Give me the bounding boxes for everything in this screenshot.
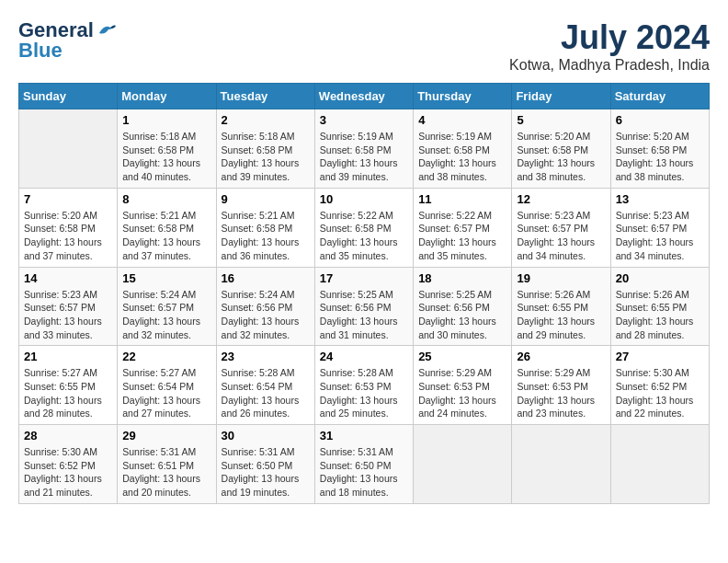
calendar-week-row: 14Sunrise: 5:23 AM Sunset: 6:57 PM Dayli… bbox=[19, 267, 710, 346]
day-number: 9 bbox=[222, 192, 310, 206]
table-row: 14Sunrise: 5:23 AM Sunset: 6:57 PM Dayli… bbox=[19, 267, 118, 346]
cell-info: Sunrise: 5:20 AM Sunset: 6:58 PM Dayligh… bbox=[24, 209, 112, 263]
day-number: 8 bbox=[122, 192, 210, 206]
table-row: 19Sunrise: 5:26 AM Sunset: 6:55 PM Dayli… bbox=[512, 267, 610, 346]
day-number: 20 bbox=[616, 271, 704, 285]
calendar-week-row: 28Sunrise: 5:30 AM Sunset: 6:52 PM Dayli… bbox=[19, 425, 710, 504]
title-block: July 2024 Kotwa, Madhya Pradesh, India bbox=[509, 18, 710, 74]
cell-info: Sunrise: 5:28 AM Sunset: 6:53 PM Dayligh… bbox=[320, 366, 408, 420]
table-row: 10Sunrise: 5:22 AM Sunset: 6:58 PM Dayli… bbox=[314, 188, 413, 267]
table-row: 25Sunrise: 5:29 AM Sunset: 6:53 PM Dayli… bbox=[414, 346, 512, 425]
day-number: 13 bbox=[616, 192, 704, 206]
day-number: 15 bbox=[122, 271, 210, 285]
day-number: 31 bbox=[320, 429, 408, 442]
day-number: 1 bbox=[122, 113, 210, 127]
table-row: 18Sunrise: 5:25 AM Sunset: 6:56 PM Dayli… bbox=[414, 267, 512, 346]
table-row: 28Sunrise: 5:30 AM Sunset: 6:52 PM Dayli… bbox=[19, 425, 118, 504]
day-number: 16 bbox=[222, 271, 310, 285]
cell-info: Sunrise: 5:31 AM Sunset: 6:50 PM Dayligh… bbox=[222, 445, 310, 500]
table-row: 15Sunrise: 5:24 AM Sunset: 6:57 PM Dayli… bbox=[118, 267, 216, 346]
day-number: 18 bbox=[418, 271, 506, 285]
day-number: 6 bbox=[616, 113, 704, 127]
calendar-week-row: 21Sunrise: 5:27 AM Sunset: 6:55 PM Dayli… bbox=[19, 346, 710, 425]
table-row: 2Sunrise: 5:18 AM Sunset: 6:58 PM Daylig… bbox=[216, 109, 314, 189]
logo: General Blue bbox=[18, 18, 118, 63]
cell-info: Sunrise: 5:19 AM Sunset: 6:58 PM Dayligh… bbox=[320, 130, 408, 184]
day-number: 29 bbox=[122, 429, 210, 442]
cell-info: Sunrise: 5:23 AM Sunset: 6:57 PM Dayligh… bbox=[24, 288, 112, 342]
day-number: 3 bbox=[320, 113, 408, 127]
cell-info: Sunrise: 5:24 AM Sunset: 6:56 PM Dayligh… bbox=[222, 288, 310, 342]
table-row: 30Sunrise: 5:31 AM Sunset: 6:50 PM Dayli… bbox=[216, 425, 314, 504]
table-row: 27Sunrise: 5:30 AM Sunset: 6:52 PM Dayli… bbox=[610, 346, 709, 425]
table-row: 26Sunrise: 5:29 AM Sunset: 6:53 PM Dayli… bbox=[512, 346, 610, 425]
table-row: 24Sunrise: 5:28 AM Sunset: 6:53 PM Dayli… bbox=[314, 346, 413, 425]
cell-info: Sunrise: 5:21 AM Sunset: 6:58 PM Dayligh… bbox=[222, 209, 310, 263]
day-number: 10 bbox=[320, 192, 408, 206]
table-row: 29Sunrise: 5:31 AM Sunset: 6:51 PM Dayli… bbox=[118, 425, 216, 504]
cell-info: Sunrise: 5:26 AM Sunset: 6:55 PM Dayligh… bbox=[517, 288, 605, 342]
table-row: 31Sunrise: 5:31 AM Sunset: 6:50 PM Dayli… bbox=[314, 425, 413, 504]
day-number: 19 bbox=[517, 271, 605, 285]
table-row: 6Sunrise: 5:20 AM Sunset: 6:58 PM Daylig… bbox=[610, 109, 709, 189]
cell-info: Sunrise: 5:21 AM Sunset: 6:58 PM Dayligh… bbox=[122, 209, 210, 263]
cell-info: Sunrise: 5:23 AM Sunset: 6:57 PM Dayligh… bbox=[616, 209, 704, 263]
cell-info: Sunrise: 5:25 AM Sunset: 6:56 PM Dayligh… bbox=[320, 288, 408, 342]
header-sunday: Sunday bbox=[19, 84, 118, 109]
day-number: 26 bbox=[517, 350, 605, 363]
header-friday: Friday bbox=[512, 84, 610, 109]
calendar-week-row: 7Sunrise: 5:20 AM Sunset: 6:58 PM Daylig… bbox=[19, 188, 710, 267]
table-row bbox=[512, 425, 610, 504]
table-row: 12Sunrise: 5:23 AM Sunset: 6:57 PM Dayli… bbox=[512, 188, 610, 267]
table-row: 8Sunrise: 5:21 AM Sunset: 6:58 PM Daylig… bbox=[118, 188, 216, 267]
header-wednesday: Wednesday bbox=[314, 84, 413, 109]
table-row: 9Sunrise: 5:21 AM Sunset: 6:58 PM Daylig… bbox=[216, 188, 314, 267]
day-number: 28 bbox=[24, 429, 112, 442]
day-number: 30 bbox=[222, 429, 310, 442]
logo-blue: Blue bbox=[18, 39, 63, 63]
table-row bbox=[414, 425, 512, 504]
cell-info: Sunrise: 5:29 AM Sunset: 6:53 PM Dayligh… bbox=[517, 366, 605, 420]
table-row bbox=[19, 109, 118, 189]
cell-info: Sunrise: 5:29 AM Sunset: 6:53 PM Dayligh… bbox=[418, 366, 506, 420]
day-number: 5 bbox=[517, 113, 605, 127]
cell-info: Sunrise: 5:27 AM Sunset: 6:55 PM Dayligh… bbox=[24, 366, 112, 420]
day-number: 27 bbox=[616, 350, 704, 363]
calendar-week-row: 1Sunrise: 5:18 AM Sunset: 6:58 PM Daylig… bbox=[19, 109, 710, 189]
day-number: 25 bbox=[418, 350, 506, 363]
cell-info: Sunrise: 5:19 AM Sunset: 6:58 PM Dayligh… bbox=[418, 130, 506, 184]
day-number: 24 bbox=[320, 350, 408, 363]
day-number: 12 bbox=[517, 192, 605, 206]
calendar-table: Sunday Monday Tuesday Wednesday Thursday… bbox=[18, 83, 710, 504]
location-subtitle: Kotwa, Madhya Pradesh, India bbox=[509, 57, 710, 74]
cell-info: Sunrise: 5:23 AM Sunset: 6:57 PM Dayligh… bbox=[517, 209, 605, 263]
table-row: 17Sunrise: 5:25 AM Sunset: 6:56 PM Dayli… bbox=[314, 267, 413, 346]
cell-info: Sunrise: 5:26 AM Sunset: 6:55 PM Dayligh… bbox=[616, 288, 704, 342]
day-number: 17 bbox=[320, 271, 408, 285]
month-year-title: July 2024 bbox=[509, 18, 710, 57]
cell-info: Sunrise: 5:20 AM Sunset: 6:58 PM Dayligh… bbox=[517, 130, 605, 184]
table-row: 3Sunrise: 5:19 AM Sunset: 6:58 PM Daylig… bbox=[314, 109, 413, 189]
header-thursday: Thursday bbox=[414, 84, 512, 109]
cell-info: Sunrise: 5:18 AM Sunset: 6:58 PM Dayligh… bbox=[122, 130, 210, 184]
table-row bbox=[610, 425, 709, 504]
day-number: 11 bbox=[418, 192, 506, 206]
header-saturday: Saturday bbox=[610, 84, 709, 109]
day-number: 2 bbox=[222, 113, 310, 127]
cell-info: Sunrise: 5:30 AM Sunset: 6:52 PM Dayligh… bbox=[24, 445, 112, 500]
table-row: 16Sunrise: 5:24 AM Sunset: 6:56 PM Dayli… bbox=[216, 267, 314, 346]
day-number: 22 bbox=[122, 350, 210, 363]
cell-info: Sunrise: 5:20 AM Sunset: 6:58 PM Dayligh… bbox=[616, 130, 704, 184]
table-row: 1Sunrise: 5:18 AM Sunset: 6:58 PM Daylig… bbox=[118, 109, 216, 189]
cell-info: Sunrise: 5:25 AM Sunset: 6:56 PM Dayligh… bbox=[418, 288, 506, 342]
day-number: 14 bbox=[24, 271, 112, 285]
header-monday: Monday bbox=[118, 84, 216, 109]
table-row: 7Sunrise: 5:20 AM Sunset: 6:58 PM Daylig… bbox=[19, 188, 118, 267]
page-header: General Blue July 2024 Kotwa, Madhya Pra… bbox=[18, 18, 710, 74]
table-row: 4Sunrise: 5:19 AM Sunset: 6:58 PM Daylig… bbox=[414, 109, 512, 189]
cell-info: Sunrise: 5:30 AM Sunset: 6:52 PM Dayligh… bbox=[616, 366, 704, 420]
cell-info: Sunrise: 5:31 AM Sunset: 6:50 PM Dayligh… bbox=[320, 445, 408, 500]
table-row: 21Sunrise: 5:27 AM Sunset: 6:55 PM Dayli… bbox=[19, 346, 118, 425]
cell-info: Sunrise: 5:27 AM Sunset: 6:54 PM Dayligh… bbox=[122, 366, 210, 420]
day-number: 4 bbox=[418, 113, 506, 127]
